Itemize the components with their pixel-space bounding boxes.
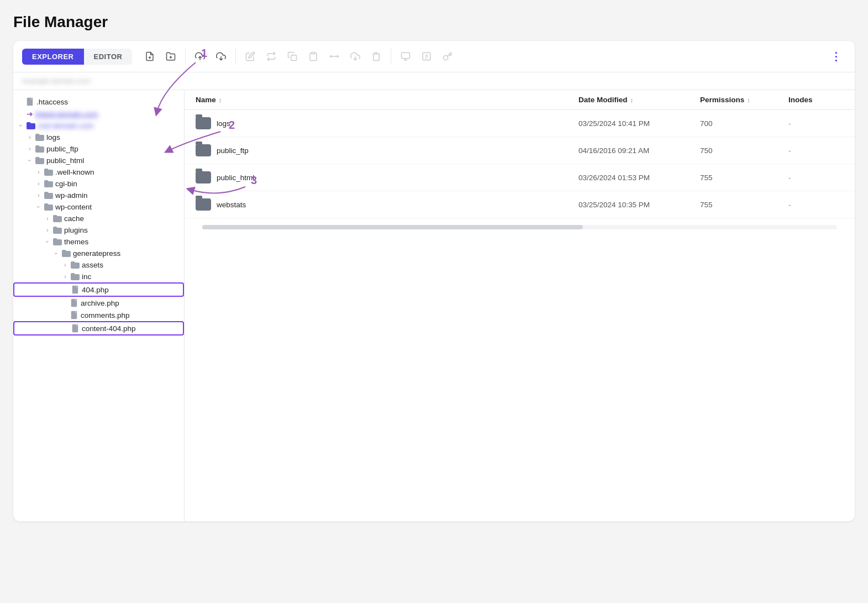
file-tree: .htaccess ➜ linked-domain.com root-domai… [13, 90, 185, 521]
chevron-public-ftp [27, 146, 33, 152]
col-date-label: Date Modified [578, 96, 628, 104]
tree-item-cgi-bin[interactable]: cgi-bin [13, 178, 184, 190]
compress-button[interactable] [397, 48, 414, 65]
svg-rect-10 [402, 53, 410, 59]
more-menu-button[interactable]: ⋮ [826, 50, 846, 63]
tree-item-link[interactable]: ➜ linked-domain.com [13, 108, 184, 120]
tree-label-inc: inc [82, 272, 91, 281]
file-icon-htaccess [27, 97, 34, 106]
tree-item-well-known[interactable]: .well-known [13, 166, 184, 178]
tree-item-assets[interactable]: assets [13, 259, 184, 271]
tree-item-public-ftp[interactable]: public_ftp [13, 143, 184, 155]
new-folder-button[interactable] [162, 48, 180, 65]
tree-item-404php[interactable]: 404.php [13, 282, 184, 297]
tree-item-wp-content[interactable]: wp-content [13, 201, 184, 213]
tree-item-plugins[interactable]: plugins [13, 224, 184, 236]
copy-button[interactable] [283, 48, 301, 65]
tree-item-generatepress[interactable]: generatepress [13, 248, 184, 259]
tree-label-wp-admin: wp-admin [55, 191, 88, 200]
upload-button[interactable] [191, 48, 209, 65]
tree-item-public-html[interactable]: public_html [13, 155, 184, 166]
tree-item-content404php[interactable]: content-404.php [13, 321, 184, 335]
scrollbar-track[interactable] [202, 225, 837, 229]
file-row-logs[interactable]: logs 03/25/2024 10:41 PM 700 - [185, 110, 855, 137]
tree-item-cache[interactable]: cache [13, 213, 184, 224]
file-icon-404php [72, 285, 80, 294]
arrow-icon: ➜ [27, 109, 33, 118]
file-row-public-ftp[interactable]: public_ftp 04/16/2016 09:21 AM 750 - [185, 137, 855, 164]
new-file-button[interactable] [141, 48, 159, 65]
file-label-logs: logs [217, 119, 230, 128]
tree-item-inc[interactable]: inc [13, 271, 184, 282]
file-label-public-ftp: public_ftp [217, 146, 249, 155]
extract-button[interactable] [212, 48, 230, 65]
breadcrumb-path: example.domain.com [22, 77, 91, 85]
chevron-wp-content [35, 204, 42, 210]
tree-label-public-html: public_html [46, 156, 84, 165]
tree-label-root: root-domain.com [38, 122, 93, 130]
file-date-public-ftp: 04/16/2016 09:21 AM [578, 146, 700, 155]
tree-item-wp-admin[interactable]: wp-admin [13, 190, 184, 201]
key-button[interactable] [439, 48, 456, 65]
move-button[interactable] [325, 48, 343, 65]
chevron-plugins [44, 227, 51, 233]
chevron-public-html [27, 158, 33, 164]
file-list: Name ↕ Date Modified ↕ Permissions ↕ Ino… [185, 90, 855, 521]
tree-item-logs[interactable]: logs [13, 132, 184, 143]
folder-icon-public-ftp [35, 145, 44, 153]
file-inodes-logs: - [788, 119, 844, 128]
rename-button[interactable] [262, 48, 280, 65]
download-button[interactable] [346, 48, 364, 65]
file-inodes-webstats: - [788, 201, 844, 209]
file-date-public-html: 03/26/2024 01:53 PM [578, 174, 700, 182]
page-container: File Manager EXPLORER EDITOR [13, 13, 855, 521]
tree-label-logs: logs [46, 133, 60, 141]
tree-label-public-ftp: public_ftp [46, 145, 78, 153]
info-button[interactable] [418, 48, 435, 65]
chevron-cache [44, 216, 51, 222]
file-manager-card: EXPLORER EDITOR [13, 41, 855, 521]
file-row-public-html[interactable]: public_html 03/26/2024 01:53 PM 755 - [185, 164, 855, 191]
page-title: File Manager [13, 13, 855, 31]
tree-item-archivephp[interactable]: archive.php [13, 297, 184, 309]
tree-item-commentsphp[interactable]: comments.php [13, 309, 184, 321]
chevron-inc [62, 274, 69, 280]
col-perm-header[interactable]: Permissions ↕ [700, 96, 788, 104]
chevron-assets [62, 262, 69, 268]
separator-1 [185, 49, 186, 64]
chevron-generatepress [53, 250, 60, 256]
tree-item-htaccess[interactable]: .htaccess [13, 96, 184, 108]
chevron-well-known [35, 169, 42, 175]
delete-button[interactable] [367, 48, 385, 65]
tree-label-link: linked-domain.com [35, 110, 98, 118]
file-date-logs: 03/25/2024 10:41 PM [578, 119, 700, 128]
edit-button[interactable] [241, 48, 259, 65]
svg-rect-7 [312, 53, 315, 54]
col-date-header[interactable]: Date Modified ↕ [578, 96, 700, 104]
folder-icon-public-ftp-row [196, 144, 211, 156]
file-list-header: Name ↕ Date Modified ↕ Permissions ↕ Ino… [185, 90, 855, 110]
col-perm-label: Permissions [700, 96, 744, 104]
tree-label-plugins: plugins [64, 226, 88, 234]
file-perm-public-ftp: 750 [700, 146, 788, 155]
file-perm-webstats: 755 [700, 201, 788, 209]
folder-icon-public-html [35, 157, 44, 164]
tree-item-root[interactable]: root-domain.com [13, 120, 184, 132]
paste-button[interactable] [304, 48, 322, 65]
tree-item-themes[interactable]: themes [13, 236, 184, 248]
file-icon-content404php [72, 324, 80, 333]
col-inodes-header[interactable]: Inodes [788, 96, 844, 104]
tab-explorer[interactable]: EXPLORER [22, 49, 84, 65]
tree-label-404php: 404.php [82, 286, 109, 294]
file-name-public-html: public_html [196, 171, 578, 183]
svg-rect-6 [291, 55, 297, 61]
folder-icon-inc [71, 273, 80, 280]
tab-editor[interactable]: EDITOR [84, 49, 133, 65]
col-inodes-label: Inodes [788, 96, 813, 104]
file-row-webstats[interactable]: webstats 03/25/2024 10:35 PM 755 - [185, 191, 855, 218]
col-name-header[interactable]: Name ↕ [196, 96, 578, 104]
folder-icon-webstats-row [196, 198, 211, 211]
folder-icon-plugins [53, 227, 62, 234]
file-name-logs: logs [196, 117, 578, 129]
folder-icon-logs [35, 134, 44, 141]
